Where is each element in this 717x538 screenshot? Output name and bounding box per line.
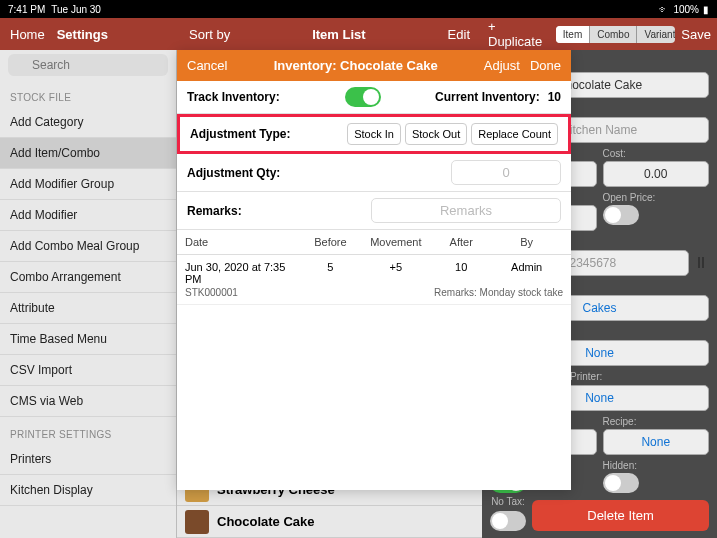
stock-out-button[interactable]: Stock Out xyxy=(405,123,467,145)
nav-duplicate[interactable]: + Duplicate xyxy=(488,19,550,49)
modal-title: Inventory: Chocolate Cake xyxy=(274,58,438,73)
recipe-select[interactable]: None xyxy=(603,429,710,455)
modal-cancel-button[interactable]: Cancel xyxy=(187,58,227,73)
section-printer-settings: PRINTER SETTINGS xyxy=(0,417,176,444)
sidebar-item-cms-web[interactable]: CMS via Web xyxy=(0,386,176,417)
section-stock-file: STOCK FILE xyxy=(0,80,176,107)
battery-icon: ▮ xyxy=(703,4,709,15)
no-tax-label: No Tax: xyxy=(491,496,525,507)
sidebar-item-attribute[interactable]: Attribute xyxy=(0,293,176,324)
current-inventory-label: Current Inventory: xyxy=(381,90,547,104)
cost-label: Cost: xyxy=(603,148,710,159)
history-header: Date Before Movement After By xyxy=(177,230,571,255)
current-inventory-value: 10 xyxy=(548,90,561,104)
battery-pct: 100% xyxy=(673,4,699,15)
adjustment-qty-label: Adjustment Qty: xyxy=(187,166,451,180)
open-price-label: Open Price: xyxy=(603,192,710,203)
nav-sort[interactable]: Sort by xyxy=(189,27,230,42)
nav-settings[interactable]: Settings xyxy=(57,27,108,42)
adjustment-qty-input[interactable]: 0 xyxy=(451,160,561,185)
history-row: Jun 30, 2020 at 7:35 PM 5 +5 10 Admin ST… xyxy=(177,255,571,305)
sidebar-item-add-modifier-group[interactable]: Add Modifier Group xyxy=(0,169,176,200)
open-price-toggle[interactable] xyxy=(603,205,639,225)
seg-item[interactable]: Item xyxy=(556,26,589,43)
nav-home[interactable]: Home xyxy=(10,27,45,42)
track-inventory-toggle[interactable] xyxy=(345,87,381,107)
col-movement: Movement xyxy=(359,236,432,248)
nav-save[interactable]: Save xyxy=(681,27,711,42)
row-remark: Remarks: Monday stock take xyxy=(434,287,563,298)
replace-count-button[interactable]: Replace Count xyxy=(471,123,558,145)
sidebar-item-kitchen-display[interactable]: Kitchen Display xyxy=(0,475,176,506)
row-date: Jun 30, 2020 at 7:35 PM xyxy=(185,261,301,285)
remarks-input[interactable]: Remarks xyxy=(371,198,561,223)
delete-item-button[interactable]: Delete Item xyxy=(532,500,709,531)
status-bar: 7:41 PM Tue Jun 30 ᯤ 100% ▮ xyxy=(0,0,717,18)
type-segment[interactable]: Item Combo Variant xyxy=(556,26,676,43)
track-inventory-label: Track Inventory: xyxy=(187,90,345,104)
sidebar-item-add-combo-meal[interactable]: Add Combo Meal Group xyxy=(0,231,176,262)
modal-adjust-button[interactable]: Adjust xyxy=(484,58,520,73)
list-item[interactable]: Chocolate Cake xyxy=(177,506,482,538)
no-tax-toggle[interactable] xyxy=(490,511,526,531)
col-date: Date xyxy=(185,236,301,248)
sidebar-item-time-based-menu[interactable]: Time Based Menu xyxy=(0,324,176,355)
stock-in-button[interactable]: Stock In xyxy=(347,123,401,145)
sidebar-item-add-modifier[interactable]: Add Modifier xyxy=(0,200,176,231)
top-nav: Home Settings Sort by Item List Edit + D… xyxy=(0,18,717,50)
col-by: By xyxy=(490,236,563,248)
remarks-label: Remarks: xyxy=(187,204,242,218)
nav-item-list: Item List xyxy=(312,27,365,42)
recipe-label: Recipe: xyxy=(603,416,710,427)
modal-done-button[interactable]: Done xyxy=(530,58,561,73)
col-before: Before xyxy=(301,236,359,248)
row-by: Admin xyxy=(490,261,563,285)
item-name: Chocolate Cake xyxy=(217,514,315,529)
inventory-modal: Cancel Inventory: Chocolate Cake AdjustD… xyxy=(177,50,571,490)
sidebar-item-printers[interactable]: Printers xyxy=(0,444,176,475)
row-movement: +5 xyxy=(359,261,432,285)
adjustment-type-label: Adjustment Type: xyxy=(190,127,347,141)
row-before: 5 xyxy=(301,261,359,285)
sidebar-item-csv-import[interactable]: CSV Import xyxy=(0,355,176,386)
hidden-toggle[interactable] xyxy=(603,473,639,493)
item-thumb xyxy=(185,510,209,534)
sidebar-item-add-category[interactable]: Add Category xyxy=(0,107,176,138)
status-date: Tue Jun 30 xyxy=(51,4,101,15)
seg-combo[interactable]: Combo xyxy=(589,26,636,43)
sidebar: STOCK FILE Add Category Add Item/Combo A… xyxy=(0,50,177,538)
hidden-label: Hidden: xyxy=(603,460,710,471)
sidebar-item-combo-arrangement[interactable]: Combo Arrangement xyxy=(0,262,176,293)
row-stk: STK000001 xyxy=(185,287,238,298)
search-input[interactable] xyxy=(8,54,168,76)
nav-edit[interactable]: Edit xyxy=(448,27,470,42)
row-after: 10 xyxy=(432,261,490,285)
sidebar-item-add-item[interactable]: Add Item/Combo xyxy=(0,138,176,169)
col-after: After xyxy=(432,236,490,248)
barcode-scan-icon[interactable]: ⏸ xyxy=(693,254,709,272)
seg-variant[interactable]: Variant xyxy=(636,26,675,43)
status-time: 7:41 PM xyxy=(8,4,45,15)
wifi-icon: ᯤ xyxy=(659,4,669,15)
cost-field[interactable]: 0.00 xyxy=(603,161,710,187)
adjustment-type-segment[interactable]: Stock In Stock Out Replace Count xyxy=(347,123,558,145)
